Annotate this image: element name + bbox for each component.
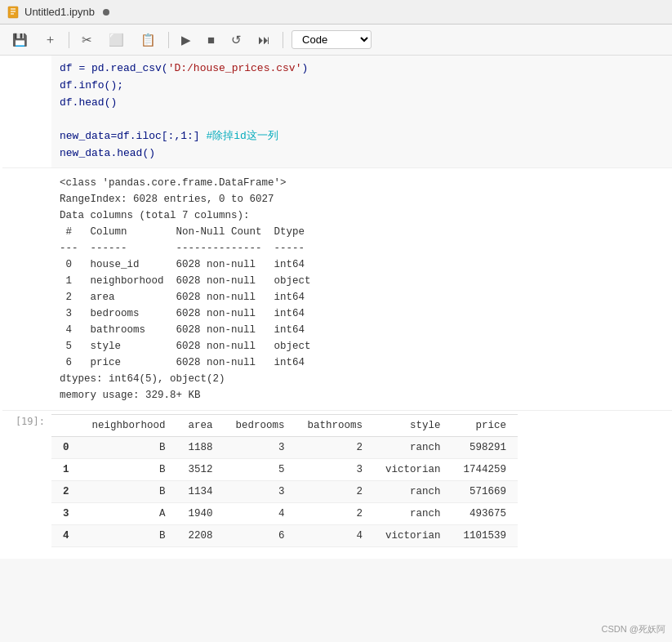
- cell-bathrooms: 2: [296, 436, 375, 458]
- fast-forward-button[interactable]: ⏭: [254, 30, 274, 49]
- cell-price: 1744259: [452, 458, 518, 480]
- cell-bathrooms: 3: [296, 458, 375, 480]
- cell-type-select[interactable]: Code Markdown Raw: [291, 30, 372, 49]
- code-line-1: df = pd.read_csv('D:/house_prices.csv'): [60, 60, 664, 78]
- cell-area: 2208: [177, 524, 225, 546]
- toolbar-divider-3: [283, 32, 283, 48]
- df-label: [19]:: [2, 411, 51, 427]
- title-bar: Untitled1.ipynb: [0, 0, 672, 25]
- code-var-2: df.info();: [60, 79, 123, 91]
- cell-output-info: <class 'pandas.core.frame.DataFrame'> Ra…: [2, 167, 672, 410]
- output-info-text: <class 'pandas.core.frame.DataFrame'> Ra…: [2, 168, 672, 410]
- watermark: CSDN @死妖阿: [602, 623, 665, 635]
- cell-bedrooms: 3: [225, 436, 296, 458]
- notebook-icon: [7, 6, 20, 19]
- cell-price: 571669: [452, 480, 518, 502]
- paste-button[interactable]: 📋: [136, 30, 160, 50]
- df-header-row: neighborhood area bedrooms bathrooms sty…: [51, 414, 518, 436]
- row-index: 2: [51, 480, 81, 502]
- cell-area: 1188: [177, 436, 225, 458]
- cell-style: ranch: [374, 436, 452, 458]
- cell-price: 1101539: [452, 524, 518, 546]
- df-col-price: price: [452, 414, 518, 436]
- dataframe-table: neighborhood area bedrooms bathrooms sty…: [51, 414, 518, 547]
- cell-style: victorian: [374, 458, 452, 480]
- cell-output-df: [19]: neighborhood area bedrooms bathroo…: [2, 410, 672, 559]
- code-line-3: df.head(): [60, 95, 664, 112]
- cut-button[interactable]: ✂: [78, 30, 96, 50]
- cell-bathrooms: 4: [296, 524, 375, 546]
- cell-area: 1134: [177, 480, 225, 502]
- svg-rect-0: [8, 7, 18, 18]
- code-var-5: new_data=df.iloc[:,1:]: [60, 130, 200, 142]
- table-row: 2 B 1134 3 2 ranch 571669: [51, 480, 518, 502]
- cell-gutter: [2, 56, 51, 167]
- window-title: Untitled1.ipynb: [24, 6, 95, 18]
- df-output-row: [19]: neighborhood area bedrooms bathroo…: [2, 411, 672, 551]
- row-index: 1: [51, 458, 81, 480]
- cell-bedrooms: 6: [225, 524, 296, 546]
- cell-area: 1940: [177, 502, 225, 524]
- cell-bedrooms: 5: [225, 458, 296, 480]
- cell-code[interactable]: df = pd.read_csv('D:/house_prices.csv') …: [51, 56, 672, 167]
- table-row: 3 A 1940 4 2 ranch 493675: [51, 502, 518, 524]
- stop-button[interactable]: ■: [203, 30, 219, 49]
- code-cell: df = pd.read_csv('D:/house_prices.csv') …: [0, 56, 672, 559]
- cell-neighborhood: B: [81, 458, 177, 480]
- cell-bedrooms: 4: [225, 502, 296, 524]
- cell-style: ranch: [374, 480, 452, 502]
- cell-bathrooms: 2: [296, 480, 375, 502]
- toolbar-divider-2: [168, 32, 169, 48]
- df-table-wrapper: neighborhood area bedrooms bathrooms sty…: [51, 411, 672, 551]
- df-col-style: style: [374, 414, 452, 436]
- code-var-6: new_data.head(): [60, 147, 155, 159]
- copy-button[interactable]: ⬜: [105, 30, 128, 50]
- df-col-bedrooms: bedrooms: [225, 414, 296, 436]
- table-row: 0 B 1188 3 2 ranch 598291: [51, 436, 518, 458]
- df-col-bathrooms: bathrooms: [296, 414, 375, 436]
- code-var-1: df = pd.read_csv(: [60, 62, 168, 74]
- code-line-2: df.info();: [60, 78, 664, 95]
- cell-input: df = pd.read_csv('D:/house_prices.csv') …: [2, 56, 672, 167]
- code-var-3: df.head(): [60, 96, 117, 109]
- code-line-5: new_data=df.iloc[:,1:] #除掉id这一列: [60, 128, 664, 145]
- cell-neighborhood: B: [81, 524, 177, 546]
- code-close-1: ): [301, 62, 308, 74]
- row-index: 4: [51, 524, 81, 546]
- cell-style: victorian: [374, 524, 452, 546]
- code-comment-5: #除掉id这一列: [206, 130, 278, 142]
- df-col-neighborhood: neighborhood: [81, 414, 177, 436]
- cell-bedrooms: 3: [225, 480, 296, 502]
- toolbar: 💾 ＋ ✂ ⬜ 📋 ▶ ■ ↺ ⏭ Code Markdown Raw: [0, 25, 672, 56]
- toolbar-divider-1: [69, 32, 69, 48]
- cell-area: 3512: [177, 458, 225, 480]
- cell-neighborhood: B: [81, 480, 177, 502]
- cell-price: 598291: [452, 436, 518, 458]
- table-row: 1 B 3512 5 3 victorian 1744259: [51, 458, 518, 480]
- df-col-idx: [51, 414, 81, 436]
- save-button[interactable]: 💾: [8, 30, 32, 50]
- df-col-area: area: [177, 414, 225, 436]
- notebook-main: df = pd.read_csv('D:/house_prices.csv') …: [0, 56, 672, 642]
- row-index: 0: [51, 436, 81, 458]
- add-cell-button[interactable]: ＋: [40, 29, 60, 50]
- run-button[interactable]: ▶: [177, 30, 195, 50]
- cell-price: 493675: [452, 502, 518, 524]
- modified-indicator: [103, 9, 109, 16]
- row-index: 3: [51, 502, 81, 524]
- restart-button[interactable]: ↺: [227, 30, 246, 50]
- cell-neighborhood: B: [81, 436, 177, 458]
- code-line-4: [60, 111, 664, 128]
- cell-bathrooms: 2: [296, 502, 375, 524]
- cell-style: ranch: [374, 502, 452, 524]
- cell-neighborhood: A: [81, 502, 177, 524]
- table-row: 4 B 2208 6 4 victorian 1101539: [51, 524, 518, 546]
- code-line-6: new_data.head(): [60, 145, 664, 163]
- code-str-1: 'D:/house_prices.csv': [168, 62, 302, 74]
